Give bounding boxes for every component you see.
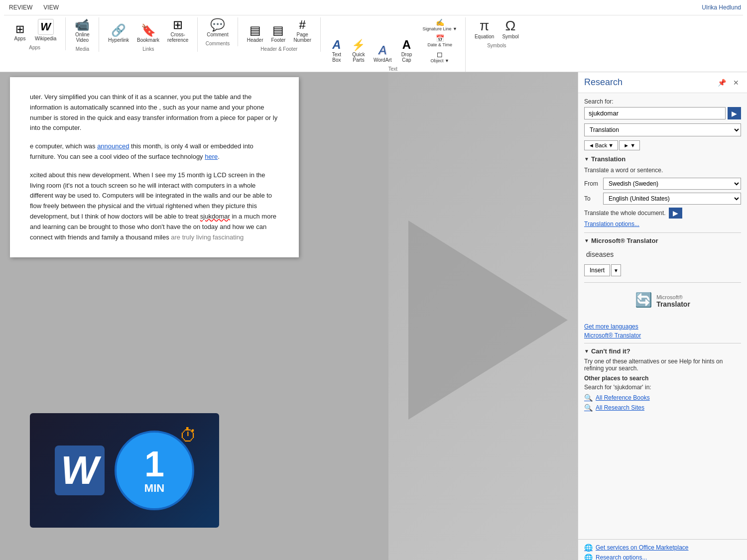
symbols-group-label: Symbols [487, 43, 506, 48]
ms-translator-title: Microsoft® Translator [591, 237, 658, 244]
comment-label: Comment [207, 32, 228, 37]
from-row: From Swedish (Sweden) English (United St… [584, 178, 741, 190]
comment-button[interactable]: 💬 Comment [204, 17, 231, 39]
search-type-dropdown[interactable]: Translation All Reference Books All Rese… [584, 123, 741, 136]
search-row: ▶ [584, 107, 741, 119]
research-header-buttons: 📌 ✕ [716, 78, 741, 88]
research-panel: Research 📌 ✕ Search for: ▶ Translation A… [578, 72, 747, 560]
text-box-button[interactable]: A TextBox [327, 37, 347, 64]
cant-find-text: Try one of these alternatives or see Hel… [584, 358, 741, 372]
online-video-button[interactable]: 📹 OnlineVideo [72, 17, 93, 44]
all-reference-books-link[interactable]: 🔍 All Reference Books [584, 394, 741, 402]
quick-parts-label: QuickParts [352, 52, 365, 63]
forward-button[interactable]: ► ▼ [619, 140, 640, 150]
get-more-languages-link[interactable]: Get more languages [584, 323, 741, 330]
research-options-icon: 🌐 [584, 554, 593, 560]
to-language-dropdown[interactable]: English (United States) Swedish (Sweden) [603, 193, 741, 205]
insert-dropdown-button[interactable]: ▼ [611, 264, 621, 276]
back-button[interactable]: ◄ Back ▼ [584, 140, 618, 150]
page-number-icon: # [299, 19, 306, 31]
cross-reference-button[interactable]: ⊞ Cross-reference [164, 17, 191, 44]
apps-label: Apps [14, 36, 26, 41]
apps-button[interactable]: ⊞ Apps [10, 22, 30, 43]
other-places-label: Other places to search [584, 375, 741, 382]
ref-books-icon: 🔍 [584, 394, 593, 402]
date-time-button[interactable]: 📅 Date & Time [420, 33, 459, 48]
page-number-button[interactable]: # PageNumber [290, 17, 314, 44]
apps-icon: ⊞ [15, 24, 24, 35]
ribbon-group-symbols: π Equation Ω Symbol Symbols [466, 17, 528, 48]
quick-parts-icon: ⚡ [352, 40, 365, 51]
ms-logo-brand: Translator [656, 300, 690, 308]
translate-whole-label: Translate the whole document. [584, 210, 666, 217]
pin-button[interactable]: 📌 [716, 78, 728, 88]
back-dropdown-icon: ▼ [608, 142, 614, 148]
object-label: Object ▼ [430, 58, 449, 63]
wordart-label: WordArt [374, 57, 392, 63]
here-link[interactable]: here [205, 153, 218, 160]
office-marketplace-link[interactable]: 🌐 Get services on Office Marketplace [584, 544, 741, 552]
translation-options-link[interactable]: Translation options... [584, 221, 741, 227]
ms-translator-header[interactable]: ▼ Microsoft® Translator [584, 237, 741, 244]
ms-translator-link[interactable]: Microsoft® Translator [584, 332, 741, 339]
header-button[interactable]: ▤ Header [244, 23, 266, 44]
document-page: uter. Very simplified you can think of i… [10, 77, 299, 257]
research-options-link[interactable]: 🌐 Research options... [584, 554, 741, 560]
hyperlink-button[interactable]: 🔗 Hyperlink [105, 23, 132, 44]
search-go-button[interactable]: ▶ [728, 107, 741, 119]
translate-whole-button[interactable]: ▶ [669, 208, 682, 219]
object-button[interactable]: ◻ Object ▼ [420, 49, 459, 64]
doc-paragraph-3: xcited about this new development. When … [30, 170, 279, 243]
quick-parts-button[interactable]: ⚡ QuickParts [349, 38, 369, 64]
tab-view[interactable]: VIEW [38, 2, 64, 13]
bookmark-label: Bookmark [137, 37, 159, 43]
comments-group-label: Comments [206, 41, 230, 46]
wikipedia-label: Wikipedia [35, 36, 56, 41]
cant-find-arrow: ▼ [584, 348, 589, 354]
footer-button[interactable]: ▤ Footer [268, 23, 288, 44]
text-box-label: TextBox [332, 52, 341, 63]
to-row: To English (United States) Swedish (Swed… [584, 193, 741, 205]
symbol-label: Symbol [502, 34, 518, 39]
object-icon: ◻ [437, 50, 443, 58]
forward-dropdown-icon: ▼ [630, 142, 635, 148]
ms-translator-logo: 🔄 Microsoft® Translator [584, 287, 741, 317]
back-label: Back [595, 142, 607, 148]
header-footer-group-label: Header & Footer [260, 46, 297, 52]
back-arrow-icon: ◄ [589, 142, 594, 148]
user-name[interactable]: Ulrika Hedlund [702, 4, 741, 11]
ribbon-group-comments: 💬 Comment Comments [198, 17, 238, 46]
links-group-label: Links [142, 46, 154, 52]
divider-2 [584, 282, 741, 283]
footer-label: Footer [271, 37, 285, 43]
cross-reference-icon: ⊞ [173, 19, 183, 31]
tab-review[interactable]: REVIEW [4, 2, 37, 13]
ref-sites-icon: 🔍 [584, 404, 593, 412]
apps-group-label: Apps [29, 45, 40, 50]
cant-find-title: Can't find it? [591, 347, 630, 355]
search-input[interactable] [584, 107, 726, 119]
insert-button[interactable]: Insert [584, 264, 610, 276]
header-icon: ▤ [249, 24, 261, 36]
divider-1 [584, 232, 741, 233]
all-research-sites-link[interactable]: 🔍 All Research Sites [584, 404, 741, 412]
translation-section-title: Translation [591, 155, 625, 163]
wikipedia-button[interactable]: W Wikipedia [32, 17, 59, 43]
symbol-button[interactable]: Ω Symbol [499, 17, 521, 41]
announced-link[interactable]: announced [97, 142, 129, 150]
drop-cap-icon: A [402, 39, 411, 51]
equation-button[interactable]: π Equation [472, 17, 497, 41]
signature-line-button[interactable]: ✍ Signature Line ▼ [420, 17, 459, 32]
translate-whole-row: Translate the whole document. ▶ [584, 208, 741, 219]
drop-cap-button[interactable]: A DropCap [396, 37, 416, 64]
bookmark-button[interactable]: 🔖 Bookmark [134, 23, 162, 44]
doc-paragraph-2: e computer, which was announced this mon… [30, 141, 279, 162]
translation-subtitle: Translate a word or sentence. [584, 167, 741, 174]
from-language-dropdown[interactable]: Swedish (Sweden) English (United States) [603, 178, 741, 190]
cant-find-header[interactable]: ▼ Can't find it? [584, 347, 741, 355]
wordart-button[interactable]: A WordArt [371, 43, 395, 64]
translation-section-header[interactable]: ▼ Translation [584, 155, 741, 163]
hyperlink-label: Hyperlink [108, 37, 129, 43]
text-box-icon: A [332, 39, 341, 51]
close-panel-button[interactable]: ✕ [731, 78, 741, 88]
